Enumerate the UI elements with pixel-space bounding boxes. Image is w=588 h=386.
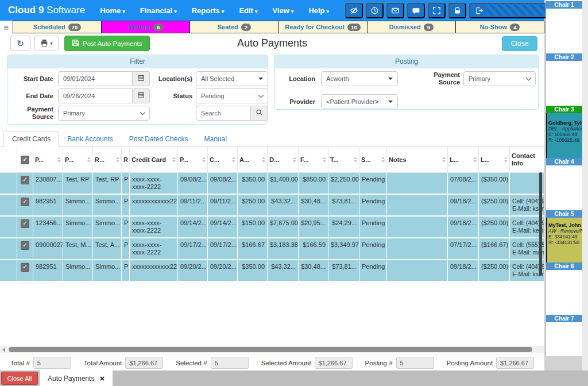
status-tab-label: Dismissed [389,24,421,30]
column-label: F... [300,156,309,164]
menu-reports[interactable]: Reports▾ [192,6,225,15]
menu-edit[interactable]: Edit▾ [239,6,257,15]
logout-icon [475,6,483,15]
chair-empty-slot [546,61,582,106]
auto-payments-tab[interactable]: Auto Payments × [40,370,113,386]
table-vertical-scrollbar[interactable] [539,172,542,276]
end-date-input[interactable] [58,88,133,103]
table-row[interactable]: ✓09000027Test, M...Test, A...Pxxxx-xxxx-… [0,238,544,260]
status-tab-ready-for-checkout[interactable]: Ready for Checkout10 [278,21,367,33]
save-icon [72,39,79,48]
table-horizontal-scrollbar[interactable] [0,346,544,353]
nav-button-chat[interactable] [407,3,425,18]
status-count-badge: 2 [241,24,251,31]
chair-empty-slot [546,165,582,210]
locations-dropdown[interactable]: All Selected [196,71,268,86]
row-checkbox[interactable]: ✓ [21,263,29,272]
filter-payment-source-select[interactable]: Primary [58,106,150,121]
column-header-p-2[interactable]: P... [33,147,63,172]
summary-value: $1,266.67 [315,357,353,369]
column-header-l-16[interactable]: L... [479,147,510,172]
chair-patient-card[interactable]: Goldberg, TylerDEL - Appliance FE: 10566… [546,113,582,158]
search-button[interactable] [251,106,268,121]
table-row[interactable]: ✓230807...Test, RPTest, RPPxxxx-xxxx-xxx… [0,173,544,195]
filter-panel: Filter Start Date End Date Payment Sourc… [7,55,268,125]
status-tab-dismissed[interactable]: Dismissed9 [367,21,455,33]
summary-label: Total # [10,360,30,366]
column-header-p-7[interactable]: P... [178,147,208,172]
cell [0,195,17,215]
tab-credit-cards[interactable]: Credit Cards [3,131,59,147]
table-row[interactable]: ✓982951Simmo...Simmo...Pxxxxxxxxxxxx2222… [0,260,544,282]
status-select[interactable]: Pending [196,88,268,103]
column-header-d-10[interactable]: D... [268,147,299,172]
row-checkbox[interactable]: ✓ [21,198,29,206]
summary-label: Posting # [365,360,393,366]
column-header-f-11[interactable]: F... [299,147,328,172]
nav-button-clock[interactable] [366,3,384,18]
brand-logo: Cloud 9 Software [8,5,85,16]
search-input[interactable] [196,106,251,121]
status-tab-scheduled[interactable]: Scheduled70 [13,21,101,33]
column-header-a-9[interactable]: A... [238,147,268,172]
column-header-p-3[interactable]: P... [63,147,93,172]
chair-empty-slot [546,322,582,367]
column-header-notes-14[interactable]: Notes [387,147,448,172]
tab-manual[interactable]: Manual [196,132,234,146]
nav-button-mail[interactable] [386,3,404,18]
scroll-left-arrow-icon[interactable] [2,348,5,352]
column-header-c-8[interactable]: C... [208,147,238,172]
refresh-button[interactable]: ↻ [10,36,30,51]
cell: 09/20/2... [208,260,238,281]
menu-home[interactable]: Home▾ [100,6,125,15]
select-all-checkbox[interactable]: ✓ [21,156,29,164]
posting-location-dropdown[interactable]: Acworth [321,71,398,86]
close-button[interactable]: Close [502,36,537,51]
column-header-l-15[interactable]: L... [448,147,479,172]
posting-provider-dropdown[interactable]: <Patient Provider> [321,94,398,109]
column-header-r-4[interactable]: R... [93,147,122,172]
start-date-input[interactable] [58,71,133,86]
nav-button-fullscreen[interactable] [428,3,446,18]
tab-bank-accounts[interactable]: Bank Accounts [59,132,121,146]
print-button[interactable]: ▾ [34,36,59,51]
table-row[interactable]: ✓123456...Simmo...Simmo...Pxxxx-xxxx-xxx… [0,217,544,238]
status-tab-no-show[interactable]: No-Show4 [455,21,544,33]
post-auto-payments-button[interactable]: Post Auto Payments [64,36,150,51]
cell: Simmo... [93,195,122,215]
cell: xxxxxxxxxxxx2222 [130,195,178,215]
column-header-s-13[interactable]: S... [359,147,387,172]
column-label: D... [269,156,279,164]
menu-financial[interactable]: Financial▾ [140,6,177,15]
close-all-button[interactable]: Close All [1,372,38,385]
row-checkbox[interactable]: ✓ [21,241,29,250]
menu-view[interactable]: View▾ [272,6,293,15]
sort-down-icon [262,160,265,163]
row-checkbox[interactable]: ✓ [21,176,29,184]
hamburger-menu-icon[interactable]: ≡ [0,21,13,33]
chair-empty-slot [546,9,582,53]
sort-down-icon [323,160,326,163]
column-header-t-12[interactable]: T... [328,147,359,172]
cell: 123456... [33,217,63,237]
cell: 09/17/2... [208,238,238,259]
close-tab-icon[interactable]: × [99,374,105,383]
refresh-icon: ↻ [17,38,24,49]
column-header-credit-card-6[interactable]: Credit Card [130,147,178,172]
status-count-badge: 10 [347,24,361,31]
cell: Test, RP [63,173,93,194]
chair-patient-card[interactable]: MyTest, JohnAW - Remove/RepE: 334141:49R… [546,218,582,263]
posting-payment-source-select[interactable]: Primary [463,71,536,86]
cell: Simmo... [93,217,122,237]
tab-post-dated-checks[interactable]: Post Dated Checks [121,132,196,146]
row-checkbox[interactable]: ✓ [21,219,29,228]
table-row[interactable]: ✓982951Simmo...Simmo...Pxxxxxxxxxxxx2222… [0,195,544,217]
nav-button-lock[interactable] [448,3,466,18]
menu-help[interactable]: Help▾ [308,6,329,15]
nav-button-visibility[interactable] [345,3,363,18]
sort-icon [231,157,235,163]
cell: 07/17/2... [448,238,479,259]
status-tab-waiting[interactable]: Waiting6 [101,21,189,33]
status-tab-seated[interactable]: Seated2 [189,21,278,33]
horizontal-scroll-thumb[interactable] [9,347,532,352]
